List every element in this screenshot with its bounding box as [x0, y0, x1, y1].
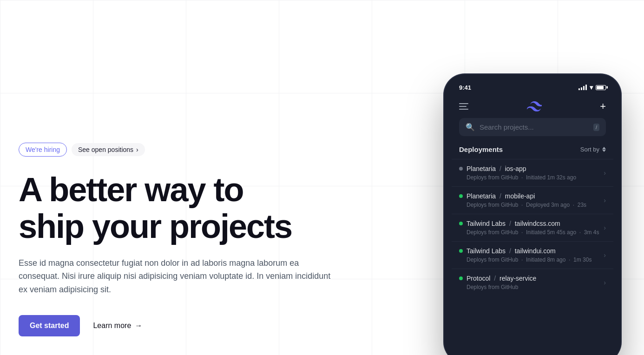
deployment-item-header: Planetaria / ios-app — [459, 165, 606, 172]
get-started-button[interactable]: Get started — [19, 315, 80, 336]
deployments-list: Planetaria / ios-app Deploys from GitHub… — [452, 159, 613, 296]
search-bar[interactable]: 🔍 Search projects... / — [459, 118, 606, 136]
see-positions-link[interactable]: See open positions › — [72, 143, 145, 156]
deployment-org: Tailwind Labs — [467, 220, 506, 227]
menu-icon[interactable] — [459, 103, 468, 110]
deployment-project: Protocol / relay-service — [467, 275, 536, 282]
deployment-item[interactable]: Tailwind Labs / tailwindcss.com Deploys … — [452, 214, 613, 241]
sort-arrows-icon — [602, 147, 606, 152]
deployment-item-header: Planetaria / mobile-api — [459, 192, 606, 200]
hero-section: We're hiring See open positions › A bett… — [19, 0, 381, 355]
search-icon: 🔍 — [466, 123, 475, 131]
phone-time: 9:41 — [459, 84, 471, 91]
wifi-icon: ▾ — [590, 84, 593, 91]
phone-nav-bar: + — [452, 97, 613, 118]
search-shortcut: / — [593, 124, 599, 131]
deployment-item[interactable]: Planetaria / ios-app Deploys from GitHub… — [452, 159, 613, 186]
learn-more-link[interactable]: Learn more → — [93, 322, 142, 330]
arrow-right-icon: → — [135, 322, 142, 330]
deployment-item[interactable]: Tailwind Labs / tailwindui.com Deploys f… — [452, 241, 613, 269]
see-positions-label: See open positions — [78, 146, 133, 153]
deployment-project: Planetaria / mobile-api — [467, 192, 535, 200]
hero-description: Esse id magna consectetur fugiat non dol… — [19, 256, 335, 296]
phone-frame: 9:41 ▾ + � — [444, 74, 621, 355]
sort-by-label: Sort by — [580, 146, 599, 153]
chevron-right-icon: › — [604, 279, 606, 286]
separator: / — [509, 247, 511, 255]
deployments-header: Deployments Sort by — [452, 144, 613, 159]
separator: / — [499, 192, 501, 200]
separator: / — [499, 165, 501, 172]
deployment-meta: Deploys from GitHub · Initiated 1m 32s a… — [459, 174, 606, 181]
deployment-item[interactable]: Planetaria / mobile-api Deploys from Git… — [452, 186, 613, 214]
sort-by-button[interactable]: Sort by — [580, 146, 606, 153]
deployment-org: Tailwind Labs — [467, 247, 506, 255]
deployment-project: Tailwind Labs / tailwindcss.com — [467, 220, 560, 227]
deployment-item-header: Tailwind Labs / tailwindcss.com — [459, 220, 606, 227]
deployment-meta: Deploys from GitHub — [459, 284, 606, 290]
deployment-repo: mobile-api — [505, 192, 535, 200]
deployment-project: Tailwind Labs / tailwindui.com — [467, 247, 556, 255]
deployment-project: Planetaria / ios-app — [467, 165, 526, 172]
cta-buttons: Get started Learn more → — [19, 315, 381, 336]
hero-title-line2: ship your projects — [19, 208, 292, 245]
signal-bars-icon — [578, 85, 587, 90]
chevron-right-icon: › — [604, 224, 606, 231]
deployment-item[interactable]: Protocol / relay-service Deploys from Gi… — [452, 269, 613, 296]
deployments-title: Deployments — [459, 145, 503, 153]
separator: / — [494, 275, 496, 282]
chevron-right-icon: › — [604, 197, 606, 204]
search-placeholder-text: Search projects... — [480, 123, 589, 131]
hero-title: A better way to ship your projects — [19, 171, 381, 245]
app-logo-icon — [527, 101, 542, 112]
chevron-right-icon: › — [136, 146, 138, 153]
chevron-right-icon: › — [604, 169, 606, 177]
deployment-meta: Deploys from GitHub · Deployed 3m ago · … — [459, 202, 606, 208]
deployment-repo: tailwindcss.com — [515, 220, 560, 227]
status-dot-icon — [459, 276, 463, 280]
separator: / — [509, 220, 511, 227]
phone-status-bar: 9:41 ▾ — [452, 82, 613, 97]
deployment-meta: Deploys from GitHub · Initiated 8m ago ·… — [459, 256, 606, 263]
status-right-icons: ▾ — [578, 84, 606, 91]
deployment-item-header: Tailwind Labs / tailwindui.com — [459, 247, 606, 255]
deployment-item-header: Protocol / relay-service — [459, 275, 606, 282]
battery-icon — [596, 85, 606, 90]
deployment-repo: relay-service — [499, 275, 536, 282]
deployment-meta: Deploys from GitHub · Initiated 5m 45s a… — [459, 229, 606, 236]
deployment-repo: tailwindui.com — [515, 247, 556, 255]
status-dot-icon — [459, 194, 463, 198]
deployment-repo: ios-app — [505, 165, 526, 172]
deployment-org: Planetaria — [467, 192, 496, 200]
hero-title-line1: A better way to — [19, 171, 243, 208]
battery-fill — [597, 86, 604, 89]
hiring-pill: We're hiring — [19, 143, 67, 157]
phone-mockup: 9:41 ▾ + � — [444, 74, 621, 355]
deployment-org: Planetaria — [467, 165, 496, 172]
status-dot-icon — [459, 249, 463, 253]
learn-more-label: Learn more — [93, 322, 131, 330]
deployment-org: Protocol — [467, 275, 490, 282]
chevron-right-icon: › — [604, 251, 606, 259]
status-dot-icon — [459, 222, 463, 225]
add-button[interactable]: + — [600, 100, 606, 112]
status-dot-icon — [459, 167, 463, 171]
hiring-banner: We're hiring See open positions › — [19, 143, 381, 157]
